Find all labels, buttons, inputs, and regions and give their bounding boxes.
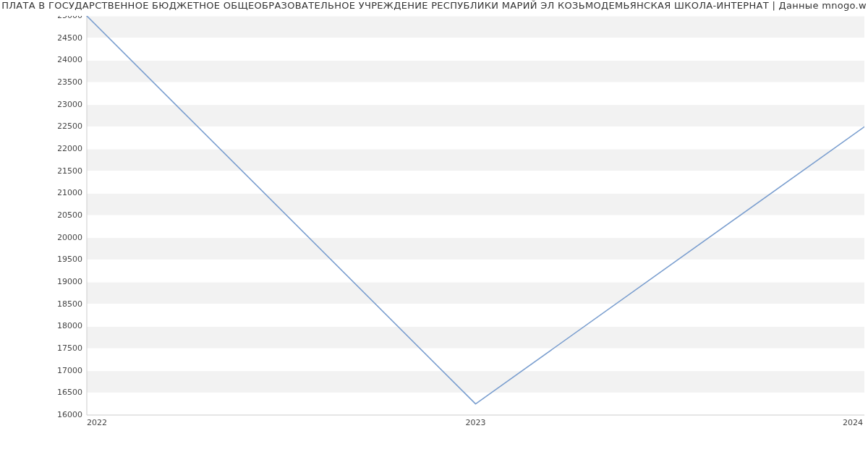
y-tick-label: 16000	[58, 410, 82, 419]
y-tick-label: 19500	[58, 255, 82, 264]
svg-rect-2	[87, 282, 864, 304]
y-tick-label: 22000	[58, 144, 82, 153]
y-tick-label: 24000	[58, 55, 82, 64]
svg-rect-4	[87, 193, 864, 215]
svg-rect-8	[87, 16, 864, 38]
x-tick-label: 2023	[466, 418, 486, 427]
y-tick-label: 24500	[58, 33, 82, 43]
y-tick-label: 21500	[58, 166, 82, 176]
y-tick-label: 16500	[58, 388, 82, 397]
y-tick-label: 18000	[58, 321, 82, 330]
chart-container: ПЛАТА В ГОСУДАРСТВЕННОЕ БЮДЖЕТНОЕ ОБЩЕОБ…	[0, 0, 868, 470]
y-tick-label: 17000	[58, 366, 82, 375]
y-tick-label: 20500	[58, 210, 82, 220]
svg-rect-6	[87, 105, 864, 127]
y-tick-label: 17500	[58, 343, 82, 353]
y-tick-label: 20000	[58, 233, 82, 242]
y-tick-label: 22500	[58, 121, 82, 131]
svg-rect-3	[87, 238, 864, 260]
y-tick-label: 18500	[58, 299, 82, 309]
svg-rect-0	[87, 371, 864, 393]
y-tick-label: 21000	[58, 188, 82, 197]
chart-svg: 1600016500170001750018000185001900019500…	[58, 16, 864, 428]
svg-rect-7	[87, 60, 864, 82]
y-tick-label: 25000	[58, 16, 82, 20]
y-tick-label: 19000	[58, 277, 82, 286]
plot-area: 1600016500170001750018000185001900019500…	[58, 16, 864, 428]
x-tick-label: 2022	[87, 418, 107, 427]
y-tick-label: 23500	[58, 77, 82, 87]
x-tick-label: 2024	[843, 418, 863, 427]
svg-rect-5	[87, 149, 864, 171]
svg-rect-1	[87, 326, 864, 349]
chart-title: ПЛАТА В ГОСУДАРСТВЕННОЕ БЮДЖЕТНОЕ ОБЩЕОБ…	[0, 0, 868, 13]
y-tick-label: 23000	[58, 100, 82, 109]
